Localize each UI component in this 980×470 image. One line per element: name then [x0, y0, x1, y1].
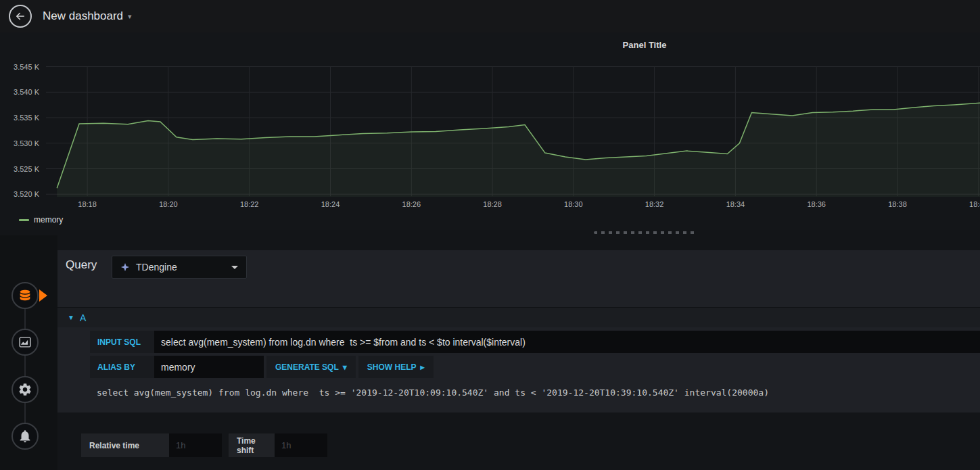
x-axis-tick: 18:40	[969, 200, 980, 208]
caret-down-icon[interactable]: ▾	[128, 12, 132, 21]
show-help-button[interactable]: SHOW HELP ▸	[358, 356, 434, 378]
database-icon	[18, 288, 32, 303]
x-axis-tick: 18:38	[888, 200, 907, 208]
relative-time-field[interactable]	[169, 433, 222, 457]
collapse-caret-icon[interactable]: ▼	[68, 314, 74, 321]
time-shift-field[interactable]	[275, 433, 327, 457]
tab-visualization[interactable]	[11, 329, 39, 356]
sidebar-connector-line	[24, 296, 26, 436]
gear-icon	[18, 382, 32, 397]
y-axis-tick: 3.530 K	[14, 139, 39, 147]
bell-icon	[18, 429, 32, 444]
back-button[interactable]	[9, 5, 32, 28]
alias-by-field[interactable]	[154, 356, 264, 378]
caret-down-icon: ▾	[343, 362, 347, 372]
input-sql-field[interactable]	[154, 331, 980, 353]
generate-sql-label: GENERATE SQL	[275, 362, 339, 372]
arrow-left-icon	[14, 10, 26, 22]
input-sql-row: INPUT SQL	[90, 331, 980, 353]
horizontal-scrollbar[interactable]	[594, 231, 697, 234]
query-section-title: Query	[66, 258, 97, 272]
query-ref-row[interactable]: ▼ A	[57, 307, 980, 327]
dashboard-title[interactable]: New dashboard	[43, 9, 123, 23]
graph-panel: Panel Title 3.545 K3.540 K3.535 K3.530 K…	[0, 32, 980, 230]
alias-by-row: ALIAS BY GENERATE SQL ▾ SHOW HELP ▸	[90, 356, 980, 378]
generate-sql-button[interactable]: GENERATE SQL ▾	[266, 356, 356, 378]
datasource-picker[interactable]: TDengine	[112, 256, 247, 279]
y-axis-tick: 3.545 K	[14, 63, 39, 71]
x-axis-tick: 18:24	[321, 200, 340, 208]
x-axis-tick: 18:32	[645, 200, 664, 208]
active-tab-indicator	[39, 289, 47, 302]
x-axis-tick: 18:30	[564, 200, 583, 208]
input-sql-label: INPUT SQL	[90, 331, 154, 353]
y-axis-tick: 3.520 K	[14, 190, 39, 198]
x-axis-tick: 18:34	[726, 200, 745, 208]
editor-sidebar	[0, 235, 57, 470]
query-options-row: Relative time Time shift	[81, 433, 327, 457]
datasource-name: TDengine	[136, 262, 177, 273]
legend-swatch[interactable]	[19, 219, 29, 221]
x-axis-tick: 18:20	[159, 200, 178, 208]
topbar: New dashboard ▾	[0, 0, 980, 32]
x-axis-tick: 18:26	[402, 200, 421, 208]
tdengine-logo-icon	[120, 262, 130, 272]
generated-sql-preview: select avg(mem_system) from log.dn where…	[97, 387, 969, 398]
tab-general[interactable]	[11, 376, 39, 403]
y-axis-tick: 3.540 K	[14, 88, 39, 96]
grafana-panel-editor: New dashboard ▾ Panel Title 3.545 K3.540…	[0, 0, 980, 470]
legend-series-name[interactable]: memory	[34, 215, 63, 225]
tab-queries[interactable]	[11, 282, 39, 309]
x-axis-tick: 18:36	[807, 200, 826, 208]
relative-time-label: Relative time	[81, 433, 169, 457]
alias-by-label: ALIAS BY	[90, 356, 154, 378]
x-axis-tick: 18:22	[240, 200, 259, 208]
y-axis-labels: 3.545 K3.540 K3.535 K3.530 K3.525 K3.520…	[0, 32, 41, 230]
legend: memory	[19, 215, 63, 225]
query-ref-id: A	[80, 312, 86, 323]
query-editor: Query TDengine ▼ A INPUT SQL ALIAS BY GE…	[57, 250, 980, 413]
time-shift-label: Time shift	[229, 433, 275, 457]
caret-right-icon: ▸	[421, 362, 425, 372]
chart-icon	[18, 335, 32, 350]
show-help-label: SHOW HELP	[367, 362, 417, 372]
caret-down-icon	[231, 266, 238, 269]
x-axis-tick: 18:28	[483, 200, 502, 208]
tab-alert[interactable]	[11, 423, 39, 450]
y-axis-tick: 3.525 K	[14, 165, 39, 173]
y-axis-tick: 3.535 K	[14, 114, 39, 122]
x-axis-tick: 18:18	[78, 200, 97, 208]
